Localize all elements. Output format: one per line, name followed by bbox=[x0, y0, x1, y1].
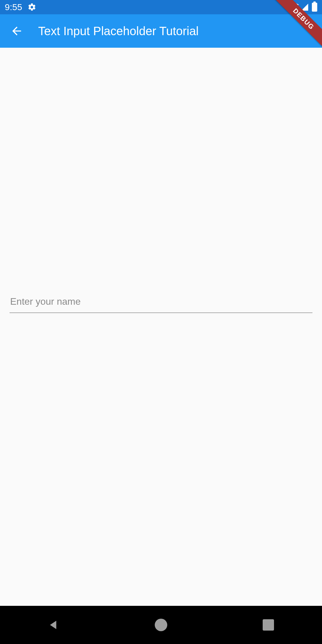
battery-icon bbox=[312, 3, 317, 12]
status-left: 9:55 bbox=[5, 2, 36, 12]
android-nav-bar bbox=[0, 606, 322, 644]
status-right bbox=[289, 3, 317, 12]
triangle-back-icon bbox=[47, 619, 60, 631]
status-bar: 9:55 bbox=[0, 0, 322, 14]
square-recent-icon bbox=[263, 619, 274, 631]
circle-home-icon bbox=[155, 619, 167, 631]
name-input[interactable] bbox=[10, 293, 312, 313]
arrow-back-icon bbox=[10, 24, 23, 38]
app-bar: Text Input Placeholder Tutorial bbox=[0, 14, 322, 48]
wifi-icon bbox=[289, 3, 299, 11]
nav-back-button[interactable] bbox=[30, 613, 78, 637]
gear-icon bbox=[27, 3, 36, 12]
nav-home-button[interactable] bbox=[137, 613, 185, 637]
device-frame: 9:55 Text Input Placeholder Tutorial DEB… bbox=[0, 0, 322, 644]
body-area bbox=[0, 48, 322, 606]
signal-icon bbox=[301, 3, 309, 11]
back-button[interactable] bbox=[5, 19, 29, 43]
nav-recent-button[interactable] bbox=[244, 613, 292, 637]
page-title: Text Input Placeholder Tutorial bbox=[38, 24, 317, 38]
status-time: 9:55 bbox=[5, 2, 22, 12]
